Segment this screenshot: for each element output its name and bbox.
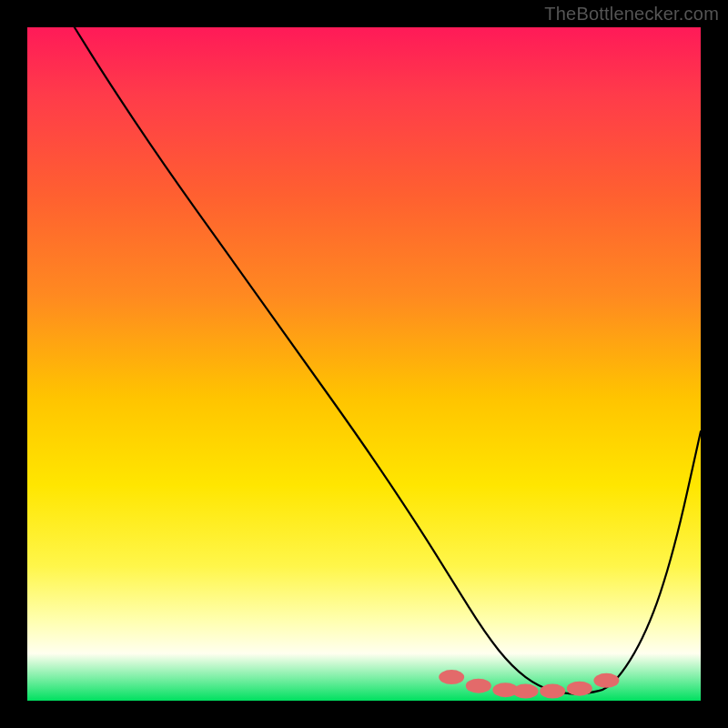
chart-marker xyxy=(540,684,565,699)
chart-marker xyxy=(466,679,491,693)
chart-plot-area xyxy=(27,27,701,701)
chart-svg xyxy=(27,27,701,701)
chart-markers xyxy=(439,670,619,699)
chart-marker xyxy=(593,673,619,688)
chart-curve xyxy=(75,27,701,694)
chart-marker xyxy=(567,682,592,696)
chart-marker xyxy=(439,670,464,684)
watermark-label: TheBottlenecker.com xyxy=(544,4,719,25)
chart-marker xyxy=(513,684,539,699)
